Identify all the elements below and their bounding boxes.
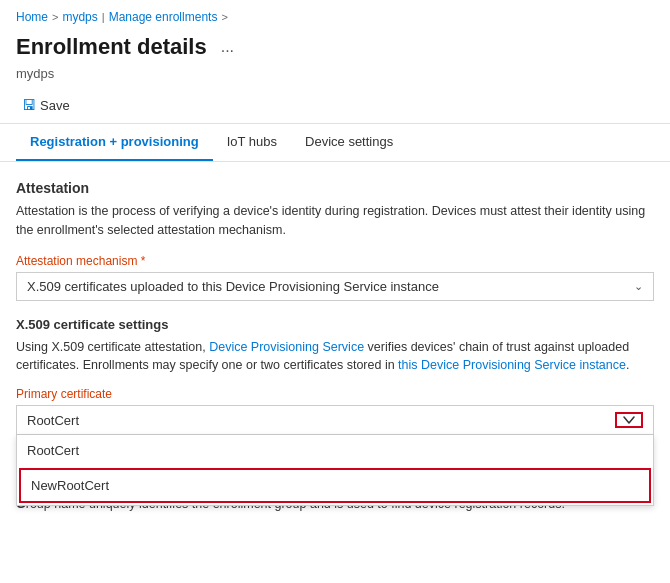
x509-link2[interactable]: this Device Provisioning Service instanc…: [398, 358, 626, 372]
attestation-desc: Attestation is the process of verifying …: [16, 202, 654, 240]
x509-link[interactable]: Device Provisioning Service: [209, 340, 364, 354]
breadcrumb-home[interactable]: Home: [16, 10, 48, 24]
breadcrumb-sep1: >: [52, 11, 58, 23]
tab-device-settings[interactable]: Device settings: [291, 124, 407, 161]
mechanism-value: X.509 certificates uploaded to this Devi…: [27, 279, 439, 294]
save-icon: 🖫: [22, 97, 36, 113]
cert-value: RootCert: [27, 413, 79, 428]
x509-section: X.509 certificate settings Using X.509 c…: [16, 317, 654, 436]
x509-title: X.509 certificate settings: [16, 317, 654, 332]
main-content: Attestation Attestation is the process o…: [0, 162, 670, 532]
mechanism-required: *: [141, 254, 146, 268]
tabs: Registration + provisioning IoT hubs Dev…: [0, 124, 670, 162]
ellipsis-button[interactable]: ...: [215, 36, 240, 58]
tab-registration[interactable]: Registration + provisioning: [16, 124, 213, 161]
breadcrumb-manage[interactable]: Manage enrollments: [109, 10, 218, 24]
page-subtitle: mydps: [0, 66, 670, 87]
save-label: Save: [40, 98, 70, 113]
dropdown-item-rootcert[interactable]: RootCert: [17, 435, 653, 466]
mechanism-select[interactable]: X.509 certificates uploaded to this Devi…: [16, 272, 654, 301]
cert-select[interactable]: RootCert: [16, 405, 654, 435]
x509-desc: Using X.509 certificate attestation, Dev…: [16, 338, 654, 376]
toolbar: 🖫 Save: [0, 87, 670, 124]
cert-select-wrapper: RootCert RootCert NewRootCert: [16, 405, 654, 435]
cert-dropdown: RootCert NewRootCert: [16, 435, 654, 506]
dropdown-item-newrootcert[interactable]: NewRootCert: [19, 468, 651, 503]
breadcrumb: Home > mydps | Manage enrollments >: [0, 0, 670, 30]
breadcrumb-mydps[interactable]: mydps: [62, 10, 97, 24]
page-title: Enrollment details: [16, 34, 207, 60]
tab-iot-hubs[interactable]: IoT hubs: [213, 124, 291, 161]
attestation-title: Attestation: [16, 180, 654, 196]
cert-chevron-button[interactable]: [615, 412, 643, 428]
primary-cert-label: Primary certificate: [16, 387, 654, 401]
page-header: Enrollment details ...: [0, 30, 670, 66]
breadcrumb-sep2: >: [221, 11, 227, 23]
breadcrumb-pipe: |: [102, 11, 105, 23]
mechanism-chevron-icon: ⌄: [634, 280, 643, 293]
save-button[interactable]: 🖫 Save: [16, 93, 76, 117]
mechanism-label: Attestation mechanism *: [16, 254, 654, 268]
